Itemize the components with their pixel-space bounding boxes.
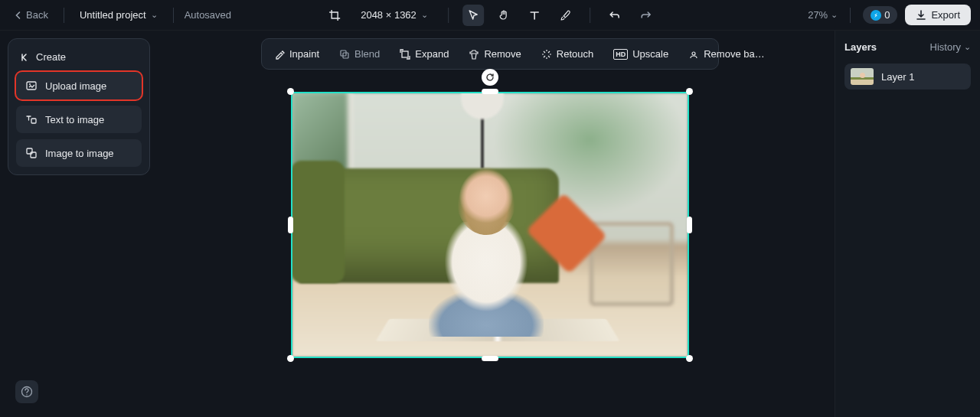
text-to-image-icon	[25, 113, 38, 125]
zoom-value: 27%	[808, 9, 828, 21]
svg-rect-3	[27, 148, 32, 154]
credits-badge-icon	[871, 10, 881, 21]
rotate-handle[interactable]	[482, 69, 498, 86]
resize-handle-s[interactable]	[482, 356, 498, 361]
create-header: Create	[16, 47, 142, 72]
svg-point-1	[29, 83, 31, 85]
retouch-label: Retouch	[557, 48, 593, 60]
canvas-dimensions: 2048 × 1362	[361, 9, 416, 21]
retouch-icon	[541, 49, 552, 60]
remove-background-button[interactable]: Remove back…	[679, 42, 774, 66]
brush-icon	[559, 9, 571, 21]
chevron-down-icon: ⌄	[421, 10, 428, 20]
blend-icon	[339, 49, 350, 60]
chevron-left-icon	[14, 11, 23, 20]
resize-handle-ne[interactable]	[686, 88, 693, 95]
export-button[interactable]: Export	[905, 5, 971, 25]
layer-name: Layer 1	[881, 71, 914, 83]
blend-button[interactable]: Blend	[330, 42, 389, 66]
undo-button[interactable]	[604, 5, 626, 26]
upscale-label: Upscale	[632, 48, 668, 60]
cursor-icon	[467, 9, 479, 21]
select-tool[interactable]	[462, 5, 484, 26]
separator	[173, 8, 174, 23]
separator	[850, 8, 851, 23]
remove-button[interactable]: Remove	[459, 42, 530, 66]
create-sidebar: Create Upload image Text to image Image …	[8, 38, 150, 175]
history-label: History	[930, 41, 961, 53]
context-toolbar: Inpaint Blend Expand Remove Retouch HD U…	[261, 38, 719, 70]
hand-tool[interactable]	[493, 5, 514, 26]
resize-handle-nw[interactable]	[287, 88, 294, 95]
history-dropdown[interactable]: History ⌄	[930, 41, 971, 53]
canvas-selection[interactable]	[291, 92, 689, 358]
text-tool[interactable]	[524, 5, 545, 26]
text-to-image-button[interactable]: Text to image	[16, 106, 142, 133]
upload-image-button[interactable]: Upload image	[16, 72, 142, 99]
image-to-image-icon	[25, 147, 38, 159]
layers-title: Layers	[844, 41, 877, 53]
svg-rect-0	[27, 82, 36, 90]
inpaint-icon	[274, 49, 285, 60]
credits-pill[interactable]: 0	[863, 6, 897, 24]
project-name: Untitled project	[80, 9, 146, 21]
resize-handle-sw[interactable]	[287, 355, 294, 362]
rotate-icon	[485, 73, 495, 82]
resize-handle-n[interactable]	[482, 89, 498, 94]
text-icon	[528, 9, 541, 21]
upload-image-icon	[25, 80, 38, 92]
back-label: Back	[26, 9, 48, 21]
project-name-dropdown[interactable]: Untitled project ⌄	[75, 6, 162, 24]
export-label: Export	[931, 9, 960, 21]
remove-label: Remove	[484, 48, 521, 60]
top-center-tools: 2048 × 1362 ⌄	[324, 5, 656, 26]
layers-panel: Layers History ⌄ Layer 1	[835, 31, 980, 417]
chevron-down-icon: ⌄	[151, 10, 158, 20]
image-to-image-button[interactable]: Image to image	[16, 139, 142, 167]
resize-handle-se[interactable]	[686, 355, 693, 362]
svg-rect-2	[31, 119, 36, 123]
svg-rect-4	[31, 152, 36, 158]
text-to-image-label: Text to image	[45, 114, 104, 125]
remove-bg-label: Remove back…	[704, 48, 765, 60]
redo-button[interactable]	[635, 5, 656, 26]
expand-button[interactable]: Expand	[390, 42, 458, 66]
back-button[interactable]: Back	[9, 6, 53, 24]
top-bar: Back Untitled project ⌄ Autosaved 2048 ×…	[0, 0, 980, 31]
chevron-down-icon: ⌄	[831, 10, 838, 20]
undo-icon	[609, 9, 621, 21]
hand-icon	[498, 9, 510, 21]
retouch-button[interactable]: Retouch	[532, 42, 603, 66]
remove-bg-icon	[688, 49, 699, 60]
canvas-size-button[interactable]	[324, 5, 345, 26]
help-button[interactable]	[15, 380, 38, 403]
chevron-down-icon: ⌄	[964, 42, 971, 52]
hd-icon: HD	[613, 49, 628, 60]
collapse-icon[interactable]	[19, 52, 30, 63]
resize-handle-w[interactable]	[288, 217, 293, 233]
help-icon	[21, 386, 33, 398]
download-icon	[916, 10, 926, 21]
layer-item[interactable]: Layer 1	[844, 64, 971, 90]
upload-image-label: Upload image	[45, 80, 106, 92]
inpaint-label: Inpaint	[289, 48, 319, 60]
zoom-dropdown[interactable]: 27% ⌄	[808, 9, 838, 21]
autosave-status: Autosaved	[185, 9, 231, 21]
inpaint-button[interactable]: Inpaint	[265, 42, 328, 66]
upscale-button[interactable]: HD Upscale	[604, 42, 678, 66]
credits-value: 0	[884, 9, 890, 21]
canvas-dimensions-dropdown[interactable]: 2048 × 1362 ⌄	[354, 6, 434, 24]
separator	[64, 8, 64, 23]
create-label: Create	[36, 51, 66, 63]
svg-rect-7	[402, 51, 408, 57]
expand-icon	[400, 49, 410, 60]
resize-handle-e[interactable]	[687, 217, 692, 233]
separator	[590, 8, 590, 23]
layers-panel-header: Layers History ⌄	[844, 41, 971, 53]
blend-label: Blend	[354, 48, 380, 60]
redo-icon	[639, 9, 652, 21]
brush-tool[interactable]	[554, 5, 576, 26]
expand-label: Expand	[415, 48, 449, 60]
separator	[448, 8, 449, 23]
top-right-controls: 27% ⌄ 0 Export	[808, 5, 971, 25]
